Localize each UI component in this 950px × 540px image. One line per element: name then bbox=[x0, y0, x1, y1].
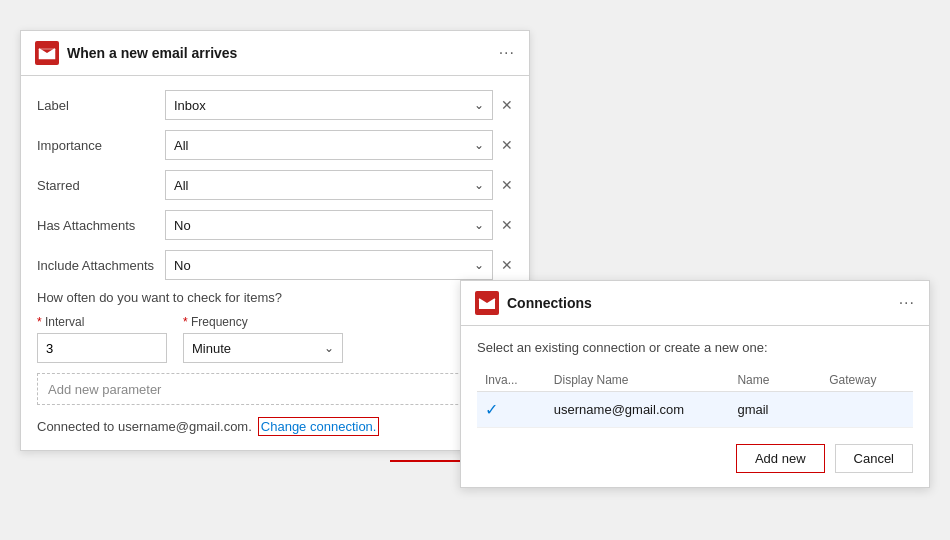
connections-title: Connections bbox=[507, 295, 891, 311]
importance-field-row: Importance All ⌄ ✕ bbox=[37, 130, 513, 160]
interval-group: * Interval bbox=[37, 315, 167, 363]
starred-field-label: Starred bbox=[37, 178, 157, 193]
label-clear-icon[interactable]: ✕ bbox=[501, 97, 513, 113]
connection-row: Connected to username@gmail.com. Change … bbox=[37, 417, 513, 436]
label-select-value: Inbox bbox=[174, 98, 474, 113]
label-field-label: Label bbox=[37, 98, 157, 113]
email-trigger-card: When a new email arrives ··· Label Inbox… bbox=[20, 30, 530, 451]
interval-label: * Interval bbox=[37, 315, 167, 329]
check-icon: ✓ bbox=[485, 401, 498, 418]
include-attachments-field-row: Include Attachments No ⌄ ✕ bbox=[37, 250, 513, 280]
starred-clear-icon[interactable]: ✕ bbox=[501, 177, 513, 193]
importance-field-label: Importance bbox=[37, 138, 157, 153]
importance-clear-icon[interactable]: ✕ bbox=[501, 137, 513, 153]
col-header-displayname: Display Name bbox=[546, 369, 730, 392]
attachments-chevron-icon: ⌄ bbox=[474, 218, 484, 232]
connections-table: Inva... Display Name Name Gateway ✓ user… bbox=[477, 369, 913, 428]
connections-body: Select an existing connection or create … bbox=[461, 326, 929, 487]
importance-select-value: All bbox=[174, 138, 474, 153]
workspace: When a new email arrives ··· Label Inbox… bbox=[0, 0, 950, 540]
label-field-row: Label Inbox ⌄ ✕ bbox=[37, 90, 513, 120]
col-header-gateway: Gateway bbox=[821, 369, 913, 392]
connection-status-text: Connected to username@gmail.com. bbox=[37, 419, 252, 434]
connections-description: Select an existing connection or create … bbox=[477, 340, 913, 355]
table-row[interactable]: ✓ username@gmail.com gmail bbox=[477, 392, 913, 428]
card-body: Label Inbox ⌄ ✕ Importance All ⌄ ✕ Starr… bbox=[21, 76, 529, 450]
svg-rect-2 bbox=[475, 291, 499, 315]
add-param-row[interactable]: Add new parameter bbox=[37, 373, 513, 405]
attachments-field-row: Has Attachments No ⌄ ✕ bbox=[37, 210, 513, 240]
attachments-field-label: Has Attachments bbox=[37, 218, 157, 233]
connections-gmail-icon bbox=[475, 291, 499, 315]
importance-chevron-icon: ⌄ bbox=[474, 138, 484, 152]
check-frequency-label: How often do you want to check for items… bbox=[37, 290, 513, 305]
interval-frequency-row: * Interval * Frequency Minute ⌄ bbox=[37, 315, 513, 363]
frequency-group: * Frequency Minute ⌄ bbox=[183, 315, 343, 363]
connections-actions: Add new Cancel bbox=[477, 444, 913, 473]
include-attachments-chevron-icon: ⌄ bbox=[474, 258, 484, 272]
row-gateway-cell bbox=[821, 392, 913, 428]
include-attachments-select-value: No bbox=[174, 258, 474, 273]
row-invalid-cell: ✓ bbox=[477, 392, 546, 428]
add-new-button[interactable]: Add new bbox=[736, 444, 825, 473]
col-header-invalid: Inva... bbox=[477, 369, 546, 392]
svg-rect-0 bbox=[35, 41, 59, 65]
label-select[interactable]: Inbox ⌄ bbox=[165, 90, 493, 120]
include-attachments-clear-icon[interactable]: ✕ bbox=[501, 257, 513, 273]
importance-select[interactable]: All ⌄ bbox=[165, 130, 493, 160]
include-attachments-field-label: Include Attachments bbox=[37, 258, 157, 273]
starred-chevron-icon: ⌄ bbox=[474, 178, 484, 192]
table-header-row: Inva... Display Name Name Gateway bbox=[477, 369, 913, 392]
starred-select-value: All bbox=[174, 178, 474, 193]
attachments-select-value: No bbox=[174, 218, 474, 233]
frequency-select[interactable]: Minute ⌄ bbox=[183, 333, 343, 363]
row-displayname-cell: username@gmail.com bbox=[546, 392, 730, 428]
cancel-button[interactable]: Cancel bbox=[835, 444, 913, 473]
frequency-chevron-icon: ⌄ bbox=[324, 341, 334, 355]
col-header-name: Name bbox=[729, 369, 821, 392]
row-name-cell: gmail bbox=[729, 392, 821, 428]
label-chevron-icon: ⌄ bbox=[474, 98, 484, 112]
more-options-icon[interactable]: ··· bbox=[499, 44, 515, 62]
connections-more-icon[interactable]: ··· bbox=[899, 294, 915, 312]
card-title: When a new email arrives bbox=[67, 45, 491, 61]
attachments-clear-icon[interactable]: ✕ bbox=[501, 217, 513, 233]
gmail-icon bbox=[35, 41, 59, 65]
starred-select[interactable]: All ⌄ bbox=[165, 170, 493, 200]
change-connection-link[interactable]: Change connection. bbox=[258, 417, 380, 436]
interval-input[interactable] bbox=[37, 333, 167, 363]
frequency-select-value: Minute bbox=[192, 341, 324, 356]
include-attachments-select[interactable]: No ⌄ bbox=[165, 250, 493, 280]
connections-card: Connections ··· Select an existing conne… bbox=[460, 280, 930, 488]
attachments-select[interactable]: No ⌄ bbox=[165, 210, 493, 240]
add-param-text: Add new parameter bbox=[48, 382, 161, 397]
frequency-label: * Frequency bbox=[183, 315, 343, 329]
card-header: When a new email arrives ··· bbox=[21, 31, 529, 76]
connections-card-header: Connections ··· bbox=[461, 281, 929, 326]
starred-field-row: Starred All ⌄ ✕ bbox=[37, 170, 513, 200]
